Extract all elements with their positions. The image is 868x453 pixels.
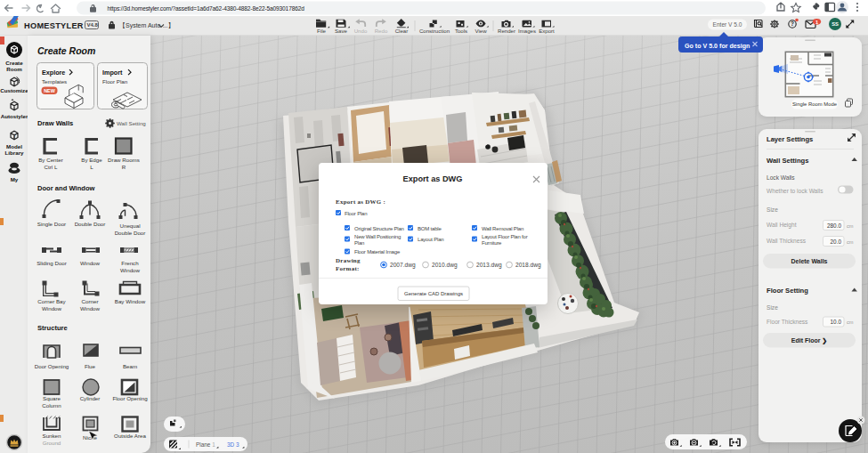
svg-text:3D 3: 3D 3 bbox=[227, 441, 239, 448]
svg-text:Plane 1: Plane 1 bbox=[196, 441, 215, 448]
